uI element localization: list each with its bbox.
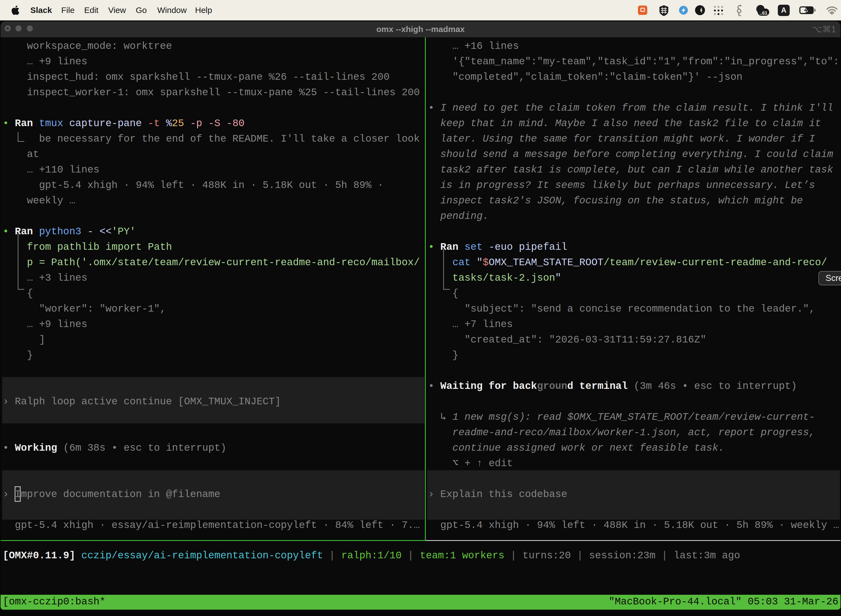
svg-text:..61: ..61 bbox=[760, 10, 767, 16]
